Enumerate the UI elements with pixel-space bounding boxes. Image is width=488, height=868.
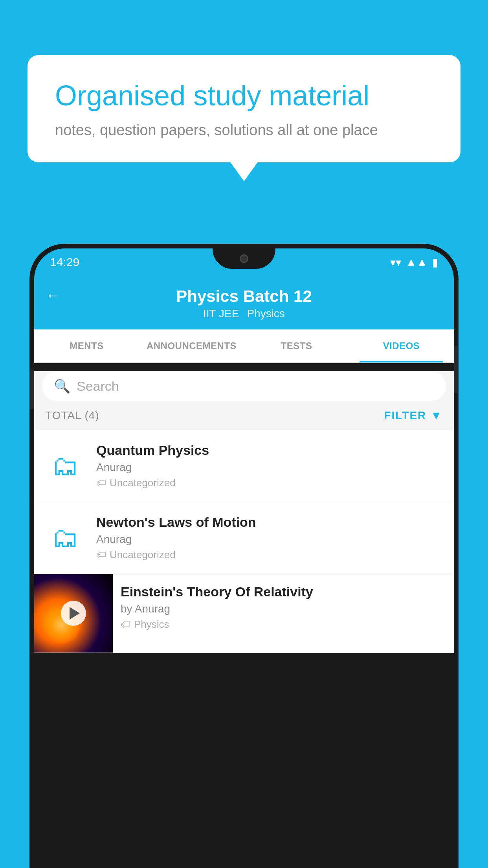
folder-icon: 🗂: [51, 450, 79, 482]
app-header: ← Physics Batch 12 IIT JEE Physics: [34, 276, 454, 329]
filter-row: TOTAL (4) FILTER ▼: [34, 401, 454, 430]
power-button: [453, 346, 459, 393]
tag-icon: 🏷: [121, 618, 131, 631]
back-button[interactable]: ←: [46, 287, 60, 303]
video-info: Newton's Laws of Motion Anurag 🏷 Uncateg…: [96, 515, 444, 561]
folder-thumbnail: 🗂: [44, 516, 87, 559]
tag-icon: 🏷: [96, 549, 106, 561]
list-item[interactable]: 🗂 Newton's Laws of Motion Anurag 🏷 Uncat…: [34, 502, 454, 574]
filter-label: FILTER: [384, 409, 426, 422]
list-item[interactable]: 🗂 Quantum Physics Anurag 🏷 Uncategorized: [34, 430, 454, 502]
video-info: Quantum Physics Anurag 🏷 Uncategorized: [96, 443, 444, 489]
video-author: by Anurag: [121, 603, 446, 615]
folder-icon: 🗂: [51, 522, 79, 554]
camera-icon: [240, 254, 248, 263]
video-title: Einstein's Theory Of Relativity: [121, 584, 446, 600]
tab-tests[interactable]: TESTS: [244, 329, 349, 362]
header-title: Physics Batch 12: [176, 287, 312, 306]
header-subtitle: IIT JEE Physics: [203, 307, 285, 320]
video-tag: 🏷 Uncategorized: [96, 477, 444, 489]
tab-ments[interactable]: MENTS: [34, 329, 139, 362]
signal-icon: ▲▲: [406, 256, 427, 268]
phone-inner: 14:29 ▾▾ ▲▲ ▮ ← Physics Batch 12 IIT JEE…: [34, 248, 454, 868]
video-list: 🗂 Quantum Physics Anurag 🏷 Uncategorized: [34, 430, 454, 653]
tab-videos[interactable]: VIDEOS: [349, 329, 454, 362]
total-count: TOTAL (4): [45, 409, 99, 422]
speech-bubble: Organised study material notes, question…: [28, 55, 460, 162]
folder-thumbnail: 🗂: [44, 444, 87, 487]
tab-announcements[interactable]: ANNOUNCEMENTS: [139, 329, 244, 362]
video-tag: 🏷 Uncategorized: [96, 549, 444, 561]
video-title: Quantum Physics: [96, 443, 444, 458]
filter-icon: ▼: [430, 409, 443, 422]
notch: [213, 248, 275, 269]
wifi-icon: ▾▾: [390, 256, 401, 269]
play-triangle-icon: [70, 607, 80, 620]
speech-bubble-section: Organised study material notes, question…: [28, 55, 460, 162]
tag-icon: 🏷: [96, 477, 106, 489]
subtitle-physics: Physics: [247, 307, 284, 320]
video-author: Anurag: [96, 461, 444, 474]
video-tag: 🏷 Physics: [121, 618, 446, 631]
video-info: Einstein's Theory Of Relativity by Anura…: [113, 574, 454, 641]
status-icons: ▾▾ ▲▲ ▮: [390, 256, 438, 269]
video-title: Newton's Laws of Motion: [96, 515, 444, 530]
tab-bar: MENTS ANNOUNCEMENTS TESTS VIDEOS: [34, 329, 454, 363]
search-bar[interactable]: 🔍 Search: [42, 371, 446, 401]
video-thumbnail: [34, 574, 113, 653]
phone-frame: 14:29 ▾▾ ▲▲ ▮ ← Physics Batch 12 IIT JEE…: [29, 244, 459, 868]
search-icon: 🔍: [54, 378, 70, 394]
status-time: 14:29: [50, 256, 79, 269]
filter-button[interactable]: FILTER ▼: [384, 409, 443, 422]
list-item[interactable]: Einstein's Theory Of Relativity by Anura…: [34, 574, 454, 653]
play-button[interactable]: [61, 601, 86, 626]
battery-icon: ▮: [432, 256, 438, 269]
subtitle-iitjee: IIT JEE: [203, 307, 239, 320]
status-bar: 14:29 ▾▾ ▲▲ ▮: [34, 248, 454, 276]
screen-content: 🔍 Search TOTAL (4) FILTER ▼ 🗂: [34, 371, 454, 653]
search-placeholder: Search: [77, 379, 119, 394]
bubble-title: Organised study material: [55, 79, 433, 112]
video-author: Anurag: [96, 533, 444, 546]
bubble-subtitle: notes, question papers, solutions all at…: [55, 122, 433, 139]
